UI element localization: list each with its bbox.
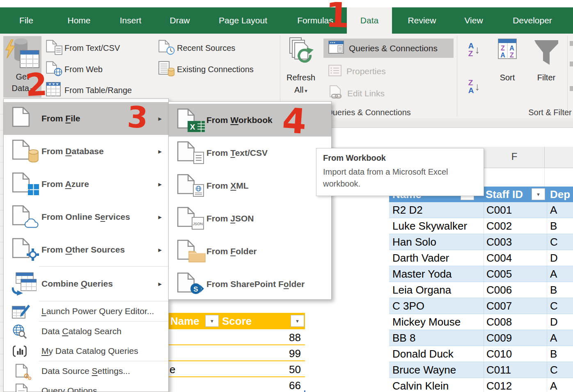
sort-table-icon: ZAAZ [498,39,517,61]
ribbon-tab-bar: File Home Insert Draw Page Layout Formul… [0,7,573,34]
menu-item-from-file[interactable]: From File ▸ [4,102,168,135]
submenu-item-from-json[interactable]: JSON From JSON [169,202,331,235]
table-row[interactable]: Darth VaderC004D [389,250,573,266]
down-arrow-icon: ↓ [474,80,480,93]
menu-item-from-azure[interactable]: From Azure ▸ [4,168,168,201]
submenu-item-from-sharepoint-folder[interactable]: S From SharePoint Folder [169,268,331,301]
submenu-item-label: From XML [206,181,327,191]
sort-button[interactable]: ZAAZ Sort [489,37,525,98]
submenu-arrow-icon: ▸ [158,246,162,254]
score-row[interactable]: 88 [168,329,305,345]
table-row[interactable]: C 3POC007C [389,298,573,314]
folder-page-icon [177,239,202,263]
json-page-icon: JSON [177,207,202,230]
table-row[interactable]: Calvin KleinC012A [389,378,573,392]
score-name-filter-button[interactable]: ▼ [205,315,219,327]
score-row[interactable]: e50 [168,361,305,377]
group-separator [567,35,568,116]
data-source-settings-icon: ⚙⚙ [12,363,37,379]
refresh-all-button[interactable]: Refresh All▾ [283,36,319,98]
properties-button[interactable]: Properties [323,62,454,80]
tab-file[interactable]: File [11,7,41,34]
edit-links-button[interactable]: Edit Links [323,84,454,103]
menu-item-from-other-sources[interactable]: From Other Sources ▸ [4,233,168,266]
tab-data[interactable]: Data [347,7,392,34]
menu-item-label: My Data Catalog Queries [41,346,164,356]
sort-ascending-button[interactable]: AZ ↓ [463,38,485,62]
menu-item-data-catalog-search[interactable]: Data Catalog Search [4,321,168,341]
filter-funnel-icon [533,39,560,69]
tab-insert[interactable]: Insert [116,7,145,34]
menu-item-combine-queries[interactable]: Combine Queries ▸ [4,267,168,301]
recent-sources-button[interactable]: Recent Sources [158,40,235,56]
column-header-f[interactable]: F [484,151,544,162]
menu-item-label: Combine Queries [41,279,158,289]
table-row[interactable]: Han SoloC003C [389,234,573,250]
tooltip-from-workbook: From Workbook Import data from a Microso… [316,148,484,196]
score-row[interactable]: 66 [168,377,305,392]
table-row[interactable]: R2 D2C001A [389,202,573,218]
excel-window: File Home Insert Draw Page Layout Formul… [0,0,573,392]
table-row[interactable]: Luke SkywalkerC002B [389,218,573,234]
cloud-page-icon [12,205,37,229]
score-header-name: Name [170,315,199,328]
worksheet-edge [0,98,3,392]
from-web-button[interactable]: From Web [46,61,103,77]
menu-item-from-online-services[interactable]: From Online Services ▸ [4,201,168,233]
catalog-search-icon [12,323,37,340]
submenu-item-from-text-csv[interactable]: From Text/CSV [169,137,331,169]
tab-page-layout[interactable]: Page Layout [214,7,272,34]
table-resize-handle[interactable] [302,390,305,392]
submenu-item-from-workbook[interactable]: X From Workbook [169,104,331,137]
menu-item-from-database[interactable]: From Database ▸ [4,135,168,168]
tab-review[interactable]: Review [403,7,441,34]
menu-item-label: Launch Power Query Editor... [41,306,164,316]
gridline [544,168,545,187]
table-row[interactable]: Leia OrganaC006B [389,282,573,298]
recent-sources-label: Recent Sources [177,43,235,53]
tab-draw[interactable]: Draw [165,7,195,34]
sort-descending-button[interactable]: ZA ↓ [463,75,485,98]
cut-icon [570,62,573,66]
table-icon [20,50,39,70]
properties-icon [328,65,342,78]
queries-connections-button[interactable]: Queries & Connections [323,39,454,58]
get-data-button[interactable]: Get Data▾ [3,36,41,98]
score-filter-button[interactable]: ▼ [291,315,304,327]
submenu-item-from-xml[interactable]: From XML [169,169,331,202]
score-row[interactable]: 99 [168,345,305,361]
filter-button[interactable]: Filter [528,37,565,98]
tab-developer[interactable]: Developer [506,7,559,34]
menu-item-my-data-catalog-queries[interactable]: My Data Catalog Queries [4,341,168,361]
submenu-item-from-folder[interactable]: From Folder [169,235,331,268]
submenu-item-label: From Text/CSV [206,148,327,158]
table-row[interactable]: Mickey MouseC008D [389,314,573,330]
from-text-csv-label: From Text/CSV [64,43,120,53]
from-web-label: From Web [64,65,103,74]
svg-text:S: S [193,285,198,293]
existing-connections-button[interactable]: Existing Connections [158,61,254,77]
menu-item-data-source-settings[interactable]: ⚙⚙ Data Source Settings... [4,361,168,381]
from-table-range-button[interactable]: From Table/Range [46,82,132,98]
sort-label: Sort [489,72,525,83]
web-globe-icon [46,61,61,77]
table-row[interactable]: Master YodaC005A [389,266,573,282]
submenu-item-label: From JSON [206,214,327,223]
menu-item-query-options[interactable]: Query Options [4,381,168,392]
from-text-csv-button[interactable]: From Text/CSV [46,40,120,56]
tab-formulas[interactable]: Formulas [292,7,338,34]
svg-text:JSON: JSON [193,222,203,226]
staff-table: Name ▼ Staff ID ▼ Dep R2 D2C001A Luke Sk… [389,187,573,392]
table-row[interactable]: BB 8C009A [389,330,573,346]
svg-text:X: X [190,123,195,131]
score-table: Name ▼ Score ▼ 88 99 e50 66 [168,313,305,392]
tab-home[interactable]: Home [57,7,101,34]
menu-item-label: From Online Services [41,212,158,222]
menu-item-label: From Azure [41,179,158,189]
table-row[interactable]: Bruce WayneC011C [389,362,573,378]
staff-id-filter-button[interactable]: ▼ [532,188,545,200]
tab-view[interactable]: View [459,7,488,34]
table-row[interactable]: Donald DuckC010B [389,346,573,362]
file-page-icon [12,107,37,130]
menu-item-launch-power-query-editor[interactable]: Launch Power Query Editor... [4,301,168,321]
